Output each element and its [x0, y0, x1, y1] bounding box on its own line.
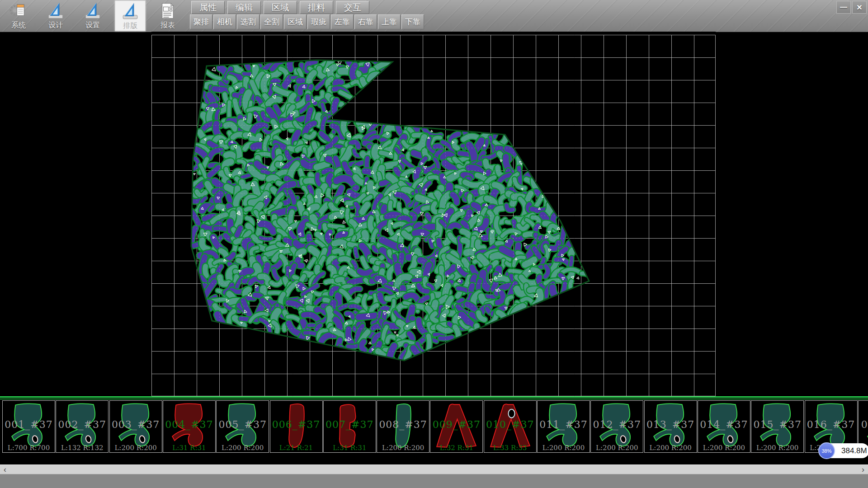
- app-button-4[interactable]: 排版: [115, 0, 146, 31]
- thumbnail-15[interactable]: 015_#37L:200 R:200: [751, 400, 804, 453]
- tool-button-10[interactable]: 下靠: [401, 14, 424, 29]
- application-window: 系统设计设置排版报表 属性编辑区域排料交互 聚排相机选割全割区域瑕疵左靠右靠上靠…: [0, 0, 868, 488]
- piece-label: 014_#37: [698, 419, 750, 430]
- thumbnail-14[interactable]: 014_#37L:200 R:200: [698, 400, 750, 453]
- piece-lr-count: L:32 R:31: [430, 444, 482, 452]
- tool-button-2[interactable]: 相机: [213, 14, 236, 29]
- piece-lr-count: L:200 R:200: [698, 444, 750, 452]
- app-button-3[interactable]: 设置: [78, 0, 108, 30]
- piece-lr-count: L:200 R:200: [751, 444, 803, 452]
- app-button-label: 设置: [78, 21, 108, 29]
- thumbnail-1[interactable]: 001_#37L:700 R:700: [2, 400, 55, 453]
- piece-label: 016_#37: [805, 419, 857, 430]
- app-button-label: 报表: [153, 21, 183, 29]
- app-button-label: 排版: [115, 22, 145, 30]
- tool-button-9[interactable]: 上靠: [378, 14, 401, 29]
- app-button-2[interactable]: 设计: [41, 0, 71, 30]
- thumbnail-13[interactable]: 013_#37L:200 R:200: [644, 400, 697, 453]
- ruler-icon: [115, 1, 145, 22]
- thumbnail-6[interactable]: 006_#37L:21 R:21: [270, 400, 323, 453]
- app-launcher: 系统设计设置排版报表: [0, 0, 186, 32]
- memory-value: 384.8M: [841, 443, 867, 458]
- toolbar: 系统设计设置排版报表 属性编辑区域排料交互 聚排相机选割全割区域瑕疵左靠右靠上靠…: [0, 0, 868, 32]
- piece-lr-count: L:200 R:200: [591, 444, 643, 452]
- thumbnail-5[interactable]: 005_#37L:200 R:200: [216, 400, 269, 453]
- app-button-label: 系统: [4, 21, 33, 29]
- piece-lr-count: L:21 R:21: [270, 444, 322, 452]
- progress-percent-badge[interactable]: 38%: [818, 442, 835, 459]
- tool-button-7[interactable]: 左靠: [331, 14, 354, 29]
- progress-percent-label: 38%: [821, 448, 831, 454]
- piece-lr-count: L:200 R:200: [377, 444, 429, 452]
- menu-item-5[interactable]: 交互: [336, 1, 369, 14]
- thumbnail-3[interactable]: 003_#37L:200 R:200: [109, 400, 162, 453]
- menu-row: 属性编辑区域排料交互: [191, 1, 369, 14]
- piece-label: 010_#37: [484, 419, 536, 430]
- thumbnail-9[interactable]: 009_#37L:32 R:31: [430, 400, 483, 453]
- piece-lr-count: L:700 R:700: [3, 444, 55, 452]
- thumbnail-11[interactable]: 011_#37L:200 R:200: [537, 400, 590, 453]
- piece-lr-count: L:200 R:200: [217, 444, 269, 452]
- ruler-icon: [41, 0, 71, 21]
- thumbnail-12[interactable]: 012_#37L:200 R:200: [590, 400, 643, 453]
- status-bar: [0, 474, 868, 488]
- app-button-label: 设计: [41, 21, 71, 29]
- piece-label: 005_#37: [217, 419, 269, 430]
- app-button-1[interactable]: 系统: [4, 0, 33, 30]
- window-controls: — ✕: [836, 1, 867, 14]
- piece-label: 007_#37: [324, 419, 376, 430]
- piece-label: 015_#37: [751, 419, 803, 430]
- piece-lr-count: L:132 R:132: [56, 444, 108, 452]
- tool-button-3[interactable]: 选割: [237, 14, 259, 29]
- thumbnail-2[interactable]: 002_#37L:132 R:132: [56, 400, 108, 453]
- piece-label: 006_#37: [270, 419, 322, 430]
- menu-item-1[interactable]: 属性: [191, 1, 225, 14]
- minimize-button[interactable]: —: [836, 1, 851, 14]
- strip-separator-line-2: [0, 399, 868, 399]
- piece-label: 013_#37: [645, 419, 697, 430]
- thumbnail-strip: 001_#37L:700 R:700002_#37L:132 R:132003_…: [0, 400, 868, 453]
- system-icon: [4, 0, 33, 21]
- ruler-icon: [78, 0, 108, 21]
- nesting-canvas[interactable]: [151, 32, 716, 396]
- tool-button-5[interactable]: 区域: [284, 14, 307, 29]
- piece-lr-count: L:31 R:31: [324, 444, 376, 452]
- piece-label: 012_#37: [591, 419, 643, 430]
- piece-label: 011_#37: [538, 419, 590, 430]
- tool-button-1[interactable]: 聚排: [190, 14, 212, 29]
- piece-label: 009_#37: [430, 419, 482, 430]
- piece-label: 004_#37: [163, 419, 215, 430]
- thumbnail-8[interactable]: 008_#37L:200 R:200: [377, 400, 429, 453]
- strip-separator-line: [0, 396, 868, 398]
- app-button-5[interactable]: 报表: [153, 0, 183, 30]
- menu-item-3[interactable]: 区域: [264, 1, 297, 14]
- piece-lr-count: L:31 R:31: [163, 444, 215, 452]
- scroll-right-arrow-icon[interactable]: ›: [858, 465, 868, 474]
- piece-label: 003_#37: [110, 419, 162, 430]
- piece-label: 001_#37: [3, 419, 55, 430]
- tool-button-4[interactable]: 全割: [260, 14, 283, 29]
- piece-label: 008_#37: [377, 419, 429, 430]
- report-icon: [153, 0, 183, 21]
- horizontal-scrollbar[interactable]: ‹ ›: [0, 465, 868, 474]
- piece-lr-count: L:33 R:33: [484, 444, 536, 452]
- menu-item-2[interactable]: 编辑: [227, 1, 261, 14]
- thumbnail-10[interactable]: 010_#37L:33 R:33: [484, 400, 537, 453]
- piece-lr-count: L:200 R:200: [645, 444, 697, 452]
- tool-row: 聚排相机选割全割区域瑕疵左靠右靠上靠下靠: [190, 14, 424, 29]
- piece-label: 002_#37: [56, 419, 108, 430]
- piece-lr-count: L:200 R:200: [110, 444, 162, 452]
- thumbnail-7[interactable]: 007_#37L:31 R:31: [323, 400, 376, 453]
- piece-label: 0: [859, 419, 868, 430]
- piece-lr-count: L:200 R:200: [538, 444, 590, 452]
- thumbnail-4[interactable]: 004_#37L:31 R:31: [163, 400, 216, 453]
- tool-button-8[interactable]: 右靠: [354, 14, 377, 29]
- scroll-left-arrow-icon[interactable]: ‹: [0, 465, 10, 474]
- close-button[interactable]: ✕: [852, 1, 867, 14]
- menu-item-4[interactable]: 排料: [300, 1, 333, 14]
- tool-button-6[interactable]: 瑕疵: [307, 14, 330, 29]
